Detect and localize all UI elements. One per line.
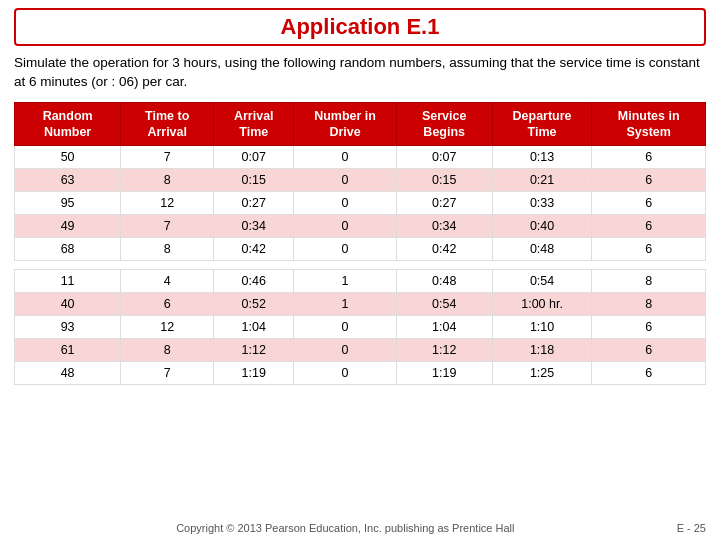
table-cell: 0:48 (492, 238, 592, 261)
table-cell: 8 (121, 339, 214, 362)
table-cell: 0 (294, 169, 396, 192)
table-cell: 1:18 (492, 339, 592, 362)
table-cell: 1:12 (396, 339, 492, 362)
table-cell: 11 (15, 270, 121, 293)
table-header-cell: Number in Drive (294, 102, 396, 146)
table-cell: 0:21 (492, 169, 592, 192)
table-cell: 1 (294, 270, 396, 293)
table-cell: 7 (121, 362, 214, 385)
table-cell: 93 (15, 316, 121, 339)
footer-page: E - 25 (677, 522, 706, 534)
table-header-cell: Arrival Time (214, 102, 294, 146)
table-cell: 0:27 (214, 192, 294, 215)
table-cell: 40 (15, 293, 121, 316)
subtitle: Simulate the operation for 3 hours, usin… (14, 54, 706, 92)
table-row: 93121:0401:041:106 (15, 316, 706, 339)
table-cell: 0:34 (214, 215, 294, 238)
table-cell: 0:07 (396, 146, 492, 169)
table-cell: 0:07 (214, 146, 294, 169)
table-cell: 0 (294, 316, 396, 339)
footer-copyright: Copyright © 2013 Pearson Education, Inc.… (14, 522, 677, 534)
table-cell: 0:27 (396, 192, 492, 215)
table-cell: 12 (121, 192, 214, 215)
table-cell: 6 (592, 215, 706, 238)
table-row: 4060:5210:541:00 hr.8 (15, 293, 706, 316)
table-cell: 6 (592, 146, 706, 169)
table-cell: 1:10 (492, 316, 592, 339)
table-cell: 1:12 (214, 339, 294, 362)
table-cell: 6 (121, 293, 214, 316)
table-row: 4871:1901:191:256 (15, 362, 706, 385)
title-bar: Application E.1 (14, 8, 706, 46)
table-cell: 1:04 (214, 316, 294, 339)
table-header-cell: Time to Arrival (121, 102, 214, 146)
table-cell: 0:48 (396, 270, 492, 293)
table-cell: 0:33 (492, 192, 592, 215)
table-cell: 1:25 (492, 362, 592, 385)
table-row: 95120:2700:270:336 (15, 192, 706, 215)
table-cell: 1 (294, 293, 396, 316)
table-header-cell: Random Number (15, 102, 121, 146)
table-cell: 0 (294, 362, 396, 385)
table-cell: 0 (294, 192, 396, 215)
table-cell: 0 (294, 146, 396, 169)
table-cell: 49 (15, 215, 121, 238)
table-cell: 0 (294, 215, 396, 238)
footer: Copyright © 2013 Pearson Education, Inc.… (14, 522, 706, 534)
page: Application E.1 Simulate the operation f… (0, 0, 720, 540)
table-cell: 1:19 (396, 362, 492, 385)
table-cell: 0:46 (214, 270, 294, 293)
table-cell: 8 (592, 270, 706, 293)
table-cell: 0:52 (214, 293, 294, 316)
table-row: 6380:1500:150:216 (15, 169, 706, 192)
table-cell: 0:42 (396, 238, 492, 261)
table-row: 6181:1201:121:186 (15, 339, 706, 362)
table-cell: 6 (592, 238, 706, 261)
table-cell: 12 (121, 316, 214, 339)
table-cell: 95 (15, 192, 121, 215)
table-cell: 0:54 (492, 270, 592, 293)
table-cell: 4 (121, 270, 214, 293)
table-cell: 8 (592, 293, 706, 316)
table-header-cell: Departure Time (492, 102, 592, 146)
table-wrapper: Random NumberTime to ArrivalArrival Time… (14, 102, 706, 516)
table-cell: 0 (294, 238, 396, 261)
table-cell: 0:15 (214, 169, 294, 192)
table-cell: 6 (592, 169, 706, 192)
table-cell: 0:42 (214, 238, 294, 261)
table-cell: 7 (121, 146, 214, 169)
table-row: 1140:4610:480:548 (15, 270, 706, 293)
table-cell: 61 (15, 339, 121, 362)
table-cell: 68 (15, 238, 121, 261)
table-cell: 1:19 (214, 362, 294, 385)
table-cell: 0:54 (396, 293, 492, 316)
table-cell: 6 (592, 339, 706, 362)
table-cell: 48 (15, 362, 121, 385)
table-cell: 0:34 (396, 215, 492, 238)
table-row: 5070:0700:070:136 (15, 146, 706, 169)
table-cell: 8 (121, 238, 214, 261)
table-cell: 6 (592, 316, 706, 339)
main-table: Random NumberTime to ArrivalArrival Time… (14, 102, 706, 386)
table-header-cell: Service Begins (396, 102, 492, 146)
table-cell: 1:00 hr. (492, 293, 592, 316)
table-cell: 50 (15, 146, 121, 169)
table-cell: 0:13 (492, 146, 592, 169)
table-row: 4970:3400:340:406 (15, 215, 706, 238)
table-header-cell: Minutes in System (592, 102, 706, 146)
table-cell: 0:40 (492, 215, 592, 238)
table-row: 6880:4200:420:486 (15, 238, 706, 261)
table-blank-row (15, 261, 706, 270)
table-cell: 7 (121, 215, 214, 238)
page-title: Application E.1 (16, 14, 704, 40)
table-cell: 63 (15, 169, 121, 192)
table-cell: 1:04 (396, 316, 492, 339)
table-cell: 6 (592, 192, 706, 215)
table-cell: 0:15 (396, 169, 492, 192)
table-header-row: Random NumberTime to ArrivalArrival Time… (15, 102, 706, 146)
table-cell: 0 (294, 339, 396, 362)
table-cell: 6 (592, 362, 706, 385)
table-cell: 8 (121, 169, 214, 192)
